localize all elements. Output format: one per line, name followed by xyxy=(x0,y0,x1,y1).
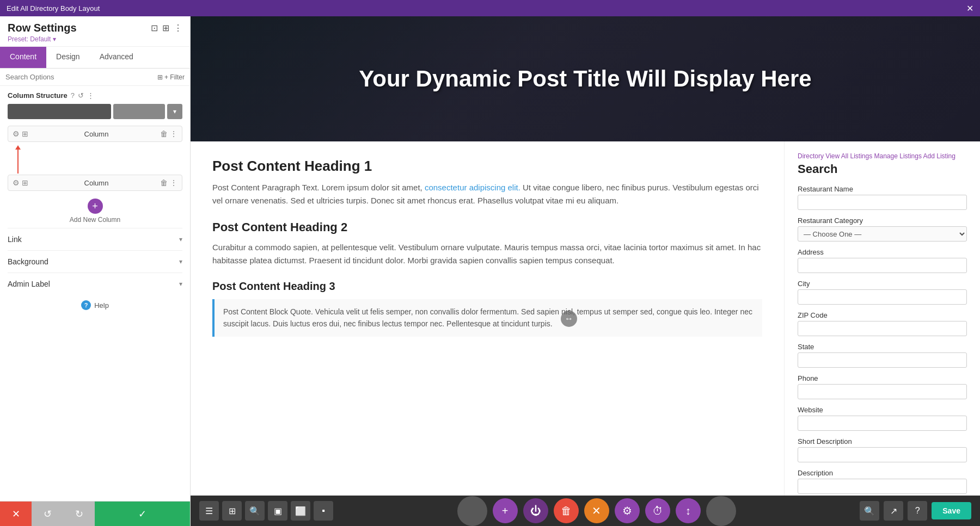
toolbar-monitor-icon[interactable]: ▣ xyxy=(268,501,287,521)
input-restaurant-name[interactable] xyxy=(798,195,967,210)
confirm-button[interactable]: ✓ xyxy=(95,502,190,527)
save-button[interactable]: Save xyxy=(932,502,971,519)
accordion-link-header[interactable]: Link ▾ xyxy=(8,235,182,244)
add-column-button[interactable]: + Add New Column xyxy=(8,194,182,228)
toolbar-menu-icon[interactable]: ☰ xyxy=(199,501,219,521)
column-settings-icon-1[interactable]: ⚙ xyxy=(13,129,20,138)
bottom-toolbar: ☰ ⊞ 🔍 ▣ ⬜ ▪ + ⏻ 🗑 ✕ ⚙ ⏱ ↕ xyxy=(191,496,980,526)
accordion-background-header[interactable]: Background ▾ xyxy=(8,257,182,266)
columns-icon[interactable]: ⊞ xyxy=(162,23,169,33)
post-paragraph-1: Post Content Paragraph Text. Lorem ipsum… xyxy=(212,181,762,207)
select-restaurant-category[interactable]: — Choose One — xyxy=(798,226,967,242)
toolbar-tablet-icon[interactable]: ⬜ xyxy=(291,501,310,521)
fullscreen-icon[interactable]: ⊡ xyxy=(151,23,158,33)
help-icon-small[interactable]: ? xyxy=(71,91,75,100)
input-zip[interactable] xyxy=(798,321,967,336)
sidebar-search-title: Search xyxy=(798,162,967,176)
sort-button[interactable]: ↕ xyxy=(676,498,701,523)
toolbar-search-icon[interactable]: 🔍 xyxy=(245,501,265,521)
toolbar-center: + ⏻ 🗑 ✕ ⚙ ⏱ ↕ xyxy=(457,496,736,526)
label-website: Website xyxy=(798,406,967,414)
post-link-1[interactable]: consectetur adipiscing elit. xyxy=(425,183,520,192)
toolbar-mobile-icon[interactable]: ▪ xyxy=(314,501,333,521)
help-button[interactable]: ? Help xyxy=(8,300,182,310)
cancel-center-button[interactable]: ✕ xyxy=(584,498,609,523)
power-button[interactable]: ⏻ xyxy=(523,498,548,523)
input-city[interactable] xyxy=(798,289,967,305)
column-rows-wrapper: ⚙ ⊞ Column 🗑 ⋮ xyxy=(8,126,182,191)
col-bar-narrow xyxy=(113,104,165,119)
reset-icon[interactable]: ↺ xyxy=(78,91,84,100)
column-more-icon-2[interactable]: ⋮ xyxy=(170,178,177,187)
input-address[interactable] xyxy=(798,258,967,273)
breadcrumb-add-listing[interactable]: Add Listing xyxy=(923,152,955,160)
column-structure-header: Column Structure ? ↺ ⋮ xyxy=(8,91,182,100)
column-settings-icon-2[interactable]: ⚙ xyxy=(13,178,20,187)
col-bar-select[interactable]: ▾ xyxy=(167,104,182,119)
settings-button[interactable]: ⚙ xyxy=(615,498,640,523)
column-row-2-icons-right: 🗑 ⋮ xyxy=(160,178,177,187)
cancel-button[interactable]: ✕ xyxy=(0,502,32,527)
column-duplicate-icon-2[interactable]: ⊞ xyxy=(22,178,28,187)
toolbar-left: ☰ ⊞ 🔍 ▣ ⬜ ▪ xyxy=(199,501,333,521)
more-options-icon[interactable]: ⋮ xyxy=(87,91,94,100)
column-structure-bar: ▾ xyxy=(8,104,182,119)
drag-handle[interactable]: ↔ xyxy=(561,311,577,327)
panel-tabs: Content Design Advanced xyxy=(0,47,190,69)
add-button[interactable]: + xyxy=(493,498,518,523)
column-delete-icon-1[interactable]: 🗑 xyxy=(160,129,168,138)
post-heading-1: Post Content Heading 1 xyxy=(212,158,762,175)
post-paragraph-1-text: Post Content Paragraph Text. Lorem ipsum… xyxy=(212,183,422,192)
accordion-background-title: Background xyxy=(8,257,48,266)
more-icon[interactable]: ⋮ xyxy=(174,23,182,33)
column-more-icon-1[interactable]: ⋮ xyxy=(170,129,177,138)
post-heading-3: Post Content Heading 3 xyxy=(212,280,762,293)
column-row-2-label: Column xyxy=(33,179,160,187)
column-delete-icon-2[interactable]: 🗑 xyxy=(160,178,168,187)
input-website[interactable] xyxy=(798,416,967,431)
column-duplicate-icon-1[interactable]: ⊞ xyxy=(22,129,28,138)
add-column-label: Add New Column xyxy=(70,216,120,224)
tab-content[interactable]: Content xyxy=(0,47,46,68)
label-restaurant-name: Restaurant Name xyxy=(798,185,967,193)
tab-advanced[interactable]: Advanced xyxy=(90,47,143,68)
column-row-1-icons-right: 🗑 ⋮ xyxy=(160,129,177,138)
column-structure-title: Column Structure xyxy=(8,91,68,100)
accordion-admin-label-header[interactable]: Admin Label ▾ xyxy=(8,280,182,288)
close-icon[interactable]: ✕ xyxy=(966,3,973,14)
redo-button[interactable]: ↻ xyxy=(63,502,95,527)
form-group-state: State xyxy=(798,343,967,368)
input-state[interactable] xyxy=(798,352,967,368)
ghost-circle-left xyxy=(457,496,487,526)
breadcrumb-manage-listings[interactable]: Manage Listings xyxy=(874,152,922,160)
panel-content: Column Structure ? ↺ ⋮ ▾ ⚙ ⊞ Column xyxy=(0,86,190,501)
preset-label[interactable]: Preset: Default xyxy=(8,35,182,43)
filter-label: + Filter xyxy=(164,73,185,81)
toolbar-grid-icon[interactable]: ⊞ xyxy=(222,501,242,521)
toolbar-export-icon[interactable]: ↗ xyxy=(884,501,903,521)
content-area: Your Dynamic Post Title Will Display Her… xyxy=(191,16,980,526)
search-input[interactable] xyxy=(5,73,154,81)
input-description[interactable] xyxy=(798,479,967,494)
toolbar-help-icon[interactable]: ? xyxy=(908,501,927,521)
label-address: Address xyxy=(798,248,967,256)
input-short-description[interactable] xyxy=(798,447,967,462)
undo-button[interactable]: ↺ xyxy=(32,502,63,527)
filter-button[interactable]: ⊞ + Filter xyxy=(157,73,185,81)
ghost-circle-right xyxy=(706,496,736,526)
arrow-up-icon xyxy=(15,145,21,150)
search-bar: ⊞ + Filter xyxy=(0,69,190,86)
accordion-admin-label: Admin Label ▾ xyxy=(8,273,182,295)
breadcrumb-directory-view[interactable]: Directory View xyxy=(798,152,840,160)
form-group-short-description: Short Description xyxy=(798,437,967,462)
delete-button[interactable]: 🗑 xyxy=(554,498,579,523)
timer-button[interactable]: ⏱ xyxy=(645,498,670,523)
breadcrumb-all-listings[interactable]: All Listings xyxy=(841,152,872,160)
column-row-1-label: Column xyxy=(33,130,160,138)
accordion-link-title: Link xyxy=(8,235,22,244)
tab-design[interactable]: Design xyxy=(46,47,90,68)
accordion-link: Link ▾ xyxy=(8,228,182,250)
input-phone[interactable] xyxy=(798,384,967,399)
toolbar-search-right-icon[interactable]: 🔍 xyxy=(860,501,879,521)
accordion-admin-label-title: Admin Label xyxy=(8,280,50,288)
